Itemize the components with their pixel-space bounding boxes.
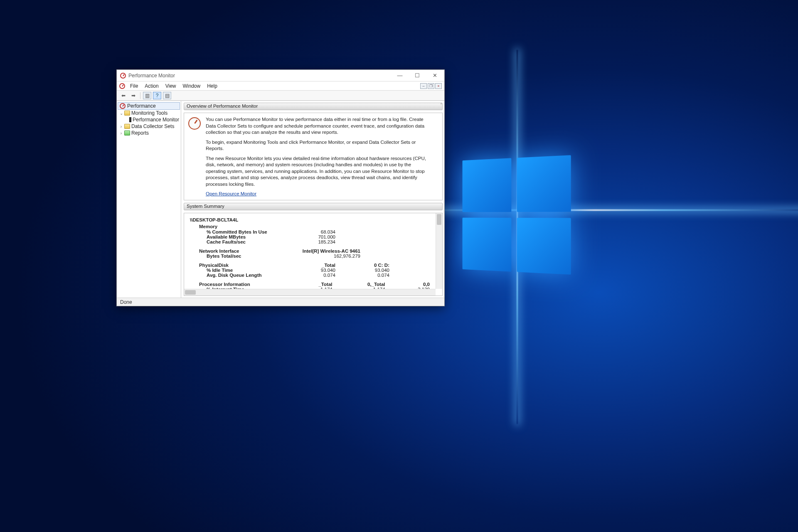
column-header: _Total <box>283 282 332 287</box>
tree-monitoring-tools[interactable]: ⌄ Monitoring Tools <box>118 110 180 116</box>
scroll-up-icon[interactable]: ˄ <box>440 103 442 107</box>
overview-header: Overview of Performance Monitor <box>184 103 443 110</box>
table-row: Available MBytes701.000 <box>190 234 430 239</box>
counter-label: % Idle Time <box>190 268 286 273</box>
tree-label: Data Collector Sets <box>131 123 174 129</box>
overview-panel: You can use Performance Monitor to view … <box>184 113 443 200</box>
menu-action[interactable]: Action <box>141 82 162 90</box>
tree-performance-monitor[interactable]: Performance Monitor <box>118 116 180 123</box>
table-row: Processor Information_Total0,_Total0,0 <box>190 282 430 287</box>
windows-logo <box>463 155 571 275</box>
table-row: Network InterfaceIntel[R] Wireless-AC 94… <box>190 249 430 254</box>
counter-value: 93.040 <box>286 268 335 273</box>
counter-value: 93.040 <box>335 268 389 273</box>
counter-value: 162,976.279 <box>286 254 360 259</box>
counter-value: 0.074 <box>335 273 389 278</box>
tree-reports[interactable]: › Reports <box>118 130 180 136</box>
tree-label: Reports <box>131 130 149 136</box>
status-bar: Done <box>117 298 444 306</box>
column-header: 0 C: D: <box>335 263 389 268</box>
column-header: Intel[R] Wireless-AC 9461 <box>286 249 360 254</box>
table-row: Cache Faults/sec185.234 <box>190 239 430 244</box>
menu-help[interactable]: Help <box>204 82 221 90</box>
folder-icon <box>124 131 130 135</box>
tree-root-label: Performance <box>127 103 156 109</box>
menu-view[interactable]: View <box>162 82 180 90</box>
section-label: PhysicalDisk <box>190 263 286 268</box>
table-row: % Idle Time93.04093.040 <box>190 268 430 273</box>
counter-label: Bytes Total/sec <box>190 254 286 259</box>
counter-value: 185.234 <box>286 239 335 244</box>
counter-value: 701.000 <box>286 234 335 239</box>
monitor-icon <box>129 117 131 122</box>
perfmon-window: Performance Monitor — ☐ ✕ File Action Vi… <box>116 69 445 306</box>
table-row: Avg. Disk Queue Length0.0740.074 <box>190 273 430 278</box>
perfmon-large-icon <box>188 117 201 130</box>
summary-body: \\DESKTOP-BCLTA4L Memory % Committed Byt… <box>184 213 436 289</box>
forward-button[interactable]: ➡ <box>129 92 138 99</box>
mdi-close-button[interactable]: × <box>435 83 442 89</box>
section-label: Processor Information <box>190 282 283 287</box>
overview-text-1: You can use Performance Monitor to view … <box>206 116 432 136</box>
menu-file[interactable]: File <box>127 82 141 90</box>
nav-tree[interactable]: Performance ⌄ Monitoring Tools Performan… <box>117 101 181 298</box>
content-pane: ˄˅ Overview of Performance Monitor You c… <box>181 101 444 298</box>
menu-window[interactable]: Window <box>180 82 204 90</box>
open-resource-monitor-link[interactable]: Open Resource Monitor <box>206 191 256 196</box>
status-text: Done <box>120 299 132 305</box>
table-row: PhysicalDisk_Total0 C: D: <box>190 263 430 268</box>
scrollbar-thumb[interactable] <box>185 290 196 295</box>
counter-label: Available MBytes <box>190 234 286 239</box>
menubar: File Action View Window Help – ❐ × <box>117 81 444 91</box>
section-label: Network Interface <box>190 249 286 254</box>
counter-label: % Committed Bytes In Use <box>190 229 286 234</box>
maximize-button[interactable]: ☐ <box>409 71 426 81</box>
summary-header: System Summary <box>184 203 443 210</box>
tree-root-performance[interactable]: Performance <box>118 102 180 110</box>
folder-icon <box>124 124 130 129</box>
summary-host: \\DESKTOP-BCLTA4L <box>190 217 430 222</box>
close-button[interactable]: ✕ <box>426 71 443 81</box>
counter-label: Avg. Disk Queue Length <box>190 273 286 278</box>
scrollbar-thumb[interactable] <box>437 214 441 225</box>
expand-icon[interactable]: › <box>119 131 123 135</box>
window-title: Performance Monitor <box>128 73 175 79</box>
column-header: 0,_Total <box>332 282 385 287</box>
overview-text-3: The new Resource Monitor lets you view d… <box>206 155 432 188</box>
overview-text-2: To begin, expand Monitoring Tools and cl… <box>206 139 432 152</box>
mdi-restore-button[interactable]: ❐ <box>428 83 434 89</box>
properties-button[interactable]: ▤ <box>163 92 171 99</box>
counter-label: Cache Faults/sec <box>190 239 286 244</box>
tree-label: Performance Monitor <box>133 117 179 123</box>
back-button[interactable]: ⬅ <box>119 92 128 99</box>
help-button[interactable]: ? <box>153 92 161 99</box>
minimize-button[interactable]: — <box>391 71 409 81</box>
toolbar-separator <box>140 92 140 99</box>
perfmon-icon <box>120 73 126 79</box>
tree-data-collector-sets[interactable]: › Data Collector Sets <box>118 123 180 130</box>
table-row: % Committed Bytes In Use68.034 <box>190 229 430 234</box>
titlebar[interactable]: Performance Monitor — ☐ ✕ <box>117 70 444 81</box>
counter-value: 68.034 <box>286 229 335 234</box>
perfmon-icon <box>119 83 125 89</box>
mdi-minimize-button[interactable]: – <box>420 83 427 89</box>
table-row: Bytes Total/sec162,976.279 <box>190 254 430 259</box>
folder-icon <box>124 111 130 116</box>
tree-label: Monitoring Tools <box>131 110 167 116</box>
memory-label: Memory <box>199 224 430 229</box>
horizontal-scrollbar[interactable] <box>184 289 436 296</box>
summary-panel: \\DESKTOP-BCLTA4L Memory % Committed Byt… <box>184 213 443 296</box>
perfmon-icon <box>120 103 126 109</box>
expand-icon[interactable]: › <box>119 124 123 129</box>
collapse-icon[interactable]: ⌄ <box>119 111 123 116</box>
column-header: _Total <box>286 263 335 268</box>
column-header: 0,0 <box>385 282 430 287</box>
show-hide-tree-button[interactable]: ▥ <box>143 92 151 99</box>
vertical-scrollbar[interactable] <box>436 213 442 289</box>
toolbar: ⬅ ➡ ▥ ? ▤ <box>117 91 444 101</box>
counter-value: 0.074 <box>286 273 335 278</box>
